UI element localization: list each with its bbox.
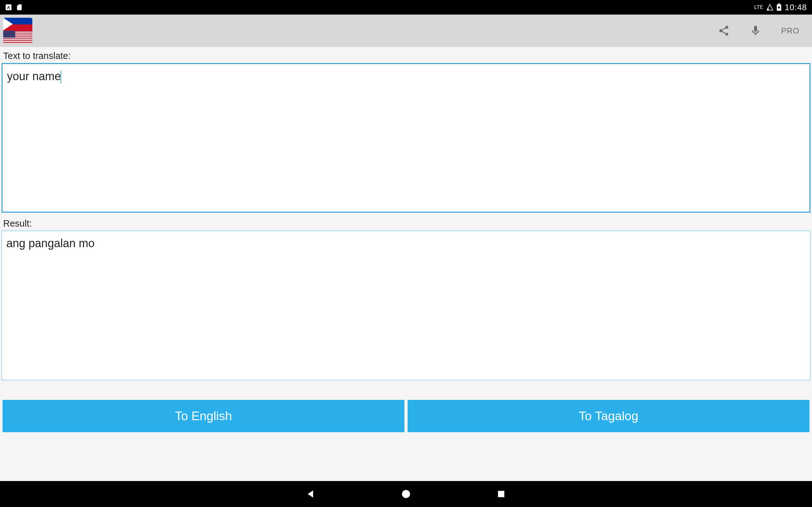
keyboard-icon: A	[5, 4, 12, 11]
source-text-input[interactable]: your name	[2, 63, 810, 213]
svg-rect-3	[778, 3, 780, 4]
mic-button[interactable]	[745, 20, 767, 42]
app-flags-icon	[3, 18, 32, 44]
result-value: ang pangalan mo	[6, 237, 95, 250]
input-label: Text to translate:	[0, 49, 812, 63]
lte-label: LTE	[754, 4, 763, 10]
result-output[interactable]: ang pangalan mo	[2, 231, 810, 380]
nav-back-button[interactable]	[303, 486, 319, 502]
to-tagalog-button[interactable]: To Tagalog	[408, 400, 809, 432]
mic-icon	[750, 25, 762, 37]
status-bar: A LTE 10:48	[0, 0, 812, 14]
result-label: Result:	[0, 217, 812, 231]
text-cursor	[61, 71, 61, 83]
status-left: A	[5, 4, 23, 11]
app-bar: PRO	[0, 14, 812, 47]
button-row: To English To Tagalog	[0, 380, 812, 440]
share-button[interactable]	[713, 20, 735, 42]
status-right: LTE 10:48	[754, 3, 807, 12]
input-value: your name	[7, 70, 61, 83]
back-triangle-icon	[305, 489, 316, 499]
pro-button[interactable]: PRO	[776, 26, 804, 36]
svg-point-4	[402, 490, 410, 498]
usa-flag-icon	[3, 31, 32, 44]
share-icon	[718, 25, 730, 37]
battery-charging-icon	[776, 3, 781, 11]
sd-card-icon	[16, 4, 23, 11]
navigation-bar	[0, 481, 812, 507]
signal-icon	[766, 4, 773, 11]
status-time: 10:48	[785, 3, 807, 12]
svg-text:A: A	[7, 5, 10, 10]
recent-square-icon	[496, 489, 506, 499]
nav-recent-button[interactable]	[493, 486, 509, 502]
philippines-flag-icon	[3, 18, 32, 31]
to-english-button[interactable]: To English	[3, 400, 404, 432]
nav-home-button[interactable]	[398, 486, 414, 502]
home-circle-icon	[401, 489, 411, 499]
svg-rect-5	[498, 491, 504, 497]
content-area: Text to translate: your name Result: ang…	[0, 47, 812, 481]
